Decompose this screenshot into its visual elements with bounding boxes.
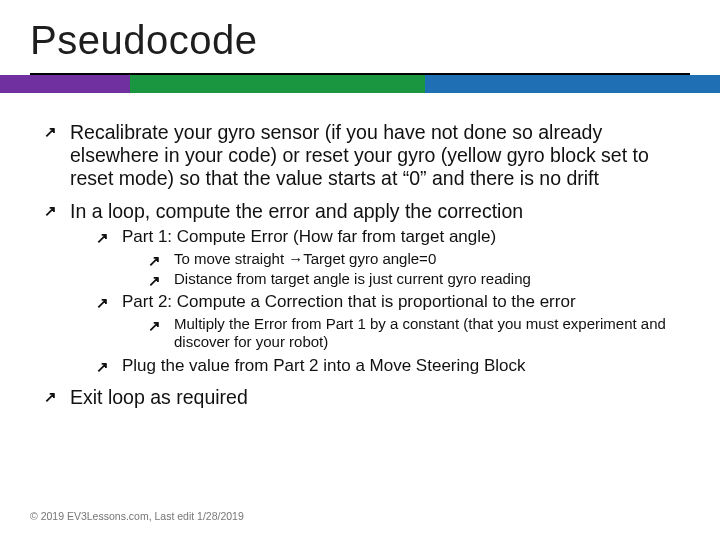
bullet-level1: Exit loop as required [44, 386, 676, 409]
slide-title: Pseudocode [30, 18, 690, 63]
bullet-sublist: Part 1: Compute Error (How far from targ… [96, 227, 676, 376]
bullet-sublist: Multiply the Error from Part 1 by a cons… [148, 315, 676, 352]
bullet-text: Recalibrate your gyro sensor (if you hav… [70, 121, 649, 189]
bullet-text-post: Target gyro angle=0 [303, 250, 436, 267]
colorbar-blue [425, 75, 720, 93]
colorbar-purple [0, 75, 130, 93]
content-body: Recalibrate your gyro sensor (if you hav… [0, 93, 720, 409]
footer-copyright: © 2019 EV3Lessons.com, Last edit 1/28/20… [30, 510, 244, 522]
bullet-level1: Recalibrate your gyro sensor (if you hav… [44, 121, 676, 190]
bullet-list: Recalibrate your gyro sensor (if you hav… [44, 121, 676, 409]
bullet-level2: Plug the value from Part 2 into a Move S… [96, 356, 676, 377]
bullet-text: Part 2: Compute a Correction that is pro… [122, 292, 576, 311]
colorbar-green [130, 75, 425, 93]
bullet-sublist: To move straightTarget gyro angle=0 Dist… [148, 250, 676, 289]
title-area: Pseudocode [0, 0, 720, 69]
bullet-level3: Multiply the Error from Part 1 by a cons… [148, 315, 676, 352]
bullet-text: Exit loop as required [70, 386, 248, 408]
bullet-text: Distance from target angle is just curre… [174, 270, 531, 287]
bullet-level2: Part 2: Compute a Correction that is pro… [96, 292, 676, 351]
bullet-text: Plug the value from Part 2 into a Move S… [122, 356, 525, 375]
bullet-text: In a loop, compute the error and apply t… [70, 200, 523, 222]
bullet-text: Multiply the Error from Part 1 by a cons… [174, 315, 666, 350]
accent-colorbar [0, 75, 720, 93]
slide: Pseudocode Recalibrate your gyro sensor … [0, 0, 720, 540]
bullet-level3: To move straightTarget gyro angle=0 [148, 250, 676, 268]
arrow-icon [284, 250, 303, 267]
bullet-level3: Distance from target angle is just curre… [148, 270, 676, 288]
bullet-level1: In a loop, compute the error and apply t… [44, 200, 676, 376]
bullet-text-pre: To move straight [174, 250, 284, 267]
bullet-text: Part 1: Compute Error (How far from targ… [122, 227, 496, 246]
bullet-level2: Part 1: Compute Error (How far from targ… [96, 227, 676, 288]
